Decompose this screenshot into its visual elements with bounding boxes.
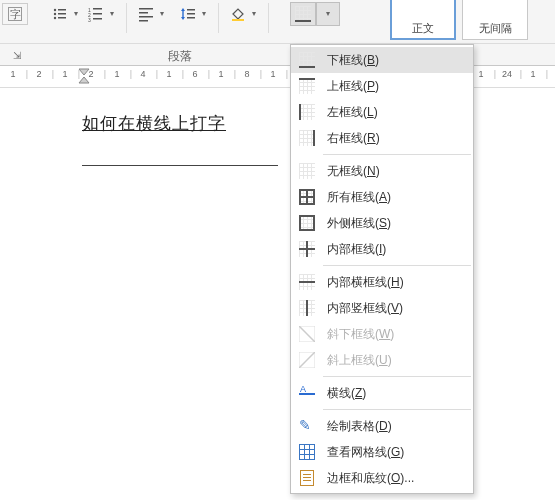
svg-rect-17 [187,9,195,11]
menu-item-label: 绘制表格(D) [327,418,465,435]
line-spacing-icon [180,6,196,22]
menu-separator [323,265,471,266]
menu-item-label: 右框线(R) [327,130,465,147]
svg-rect-19 [187,17,195,19]
menu-item-viewgrid[interactable]: 查看网格线(G) [291,439,473,465]
menu-item-all[interactable]: 所有框线(A) [291,184,473,210]
border-top-icon [297,76,317,96]
menu-item-bottom[interactable]: 下框线(B) [291,47,473,73]
shading-dropdown[interactable]: ▾ [250,3,258,25]
borders-button[interactable] [290,2,316,26]
separator [218,3,219,33]
shading-button[interactable] [226,3,250,25]
chevron-down-icon: ▾ [160,10,164,18]
svg-rect-15 [139,20,148,22]
svg-point-0 [54,9,56,11]
ribbon-toolbar: 字 ▾ 123 ▾ ▾ ▾ ▾ ▾ [0,0,555,44]
line-spacing-dropdown[interactable]: ▾ [200,3,208,25]
menu-item-left[interactable]: 左框线(L) [291,99,473,125]
chevron-down-icon: ▾ [252,10,256,18]
svg-rect-11 [93,18,102,20]
menu-item-label: 内部横框线(H) [327,274,465,291]
menu-item-outside[interactable]: 外侧框线(S) [291,210,473,236]
diag-up-icon [297,350,317,370]
diag-down-icon [297,324,317,344]
menu-item-label: 查看网格线(G) [327,444,465,461]
bullets-button[interactable] [48,3,72,25]
svg-rect-16 [182,10,183,18]
menu-separator [323,409,471,410]
svg-rect-1 [58,9,66,11]
border-inside-v-icon [297,298,317,318]
menu-item-label: 所有框线(A) [327,189,465,206]
menu-item-ins_v[interactable]: 内部竖框线(V) [291,295,473,321]
svg-rect-7 [93,8,102,10]
menu-item-label: 外侧框线(S) [327,215,465,232]
border-bottom-icon [297,50,317,70]
separator [126,3,127,33]
border-right-icon [297,128,317,148]
menu-item-none[interactable]: 无框线(N) [291,158,473,184]
menu-item-label: 横线(Z) [327,385,465,402]
numbering-dropdown[interactable]: ▾ [108,3,116,25]
chevron-down-icon: ▾ [74,10,78,18]
menu-item-draw[interactable]: 绘制表格(D) [291,413,473,439]
svg-line-24 [299,352,315,368]
numbering-icon: 123 [88,6,104,22]
bullets-dropdown[interactable]: ▾ [72,3,80,25]
menu-item-label: 左框线(L) [327,104,465,121]
svg-text:3: 3 [88,17,91,22]
char-border-icon: 字 [8,7,22,21]
menu-item-label: 无框线(N) [327,163,465,180]
menu-item-right[interactable]: 右框线(R) [291,125,473,151]
svg-rect-12 [139,8,153,10]
menu-item-label: 上框线(P) [327,78,465,95]
svg-rect-3 [58,13,66,15]
style-normal[interactable]: AaBbCcDd 正文 [390,0,456,40]
menu-item-dlg[interactable]: 边框和底纹(O)... [291,465,473,491]
font-dialog-launcher[interactable]: ⇲ [10,48,24,62]
menu-item-label: 边框和底纹(O)... [327,470,465,487]
style-label: 无间隔 [479,21,512,36]
align-left-icon [138,6,154,22]
border-all-icon [297,187,317,207]
svg-rect-14 [139,16,153,18]
menu-item-diag_u: 斜上框线(U) [291,347,473,373]
chevron-down-icon: ▾ [326,10,330,18]
bullets-icon [52,6,68,22]
svg-rect-20 [232,19,244,21]
draw-table-icon [297,416,317,436]
char-border-button[interactable]: 字 [2,3,28,25]
line-spacing-button[interactable] [176,3,200,25]
style-no-spacing[interactable]: AaBbCcDd 无间隔 [462,0,528,40]
border-inside-h-icon [297,272,317,292]
svg-rect-9 [93,13,102,15]
chevron-down-icon: ▾ [110,10,114,18]
menu-item-inside[interactable]: 内部框线(I) [291,236,473,262]
svg-rect-18 [187,13,195,15]
border-outside-icon [297,213,317,233]
borders-dropdown[interactable]: ▾ [316,2,340,26]
menu-item-ins_h[interactable]: 内部横框线(H) [291,269,473,295]
svg-rect-13 [139,12,148,14]
view-gridlines-icon [297,442,317,462]
numbering-button[interactable]: 123 [84,3,108,25]
doc-horizontal-line [82,165,278,166]
svg-point-2 [54,13,56,15]
menu-item-diag_d: 斜下框线(W) [291,321,473,347]
align-dropdown[interactable]: ▾ [158,3,166,25]
indent-marker[interactable] [78,66,90,86]
separator [268,3,269,33]
menu-item-label: 内部框线(I) [327,241,465,258]
border-inside-icon [297,239,317,259]
menu-separator [323,376,471,377]
menu-item-top[interactable]: 上框线(P) [291,73,473,99]
style-label: 正文 [412,21,434,36]
align-left-button[interactable] [134,3,158,25]
horizontal-line-icon [297,383,317,403]
border-bottom-icon [295,6,311,22]
menu-item-hline[interactable]: 横线(Z) [291,380,473,406]
page-border-icon [297,468,317,488]
svg-rect-5 [58,17,66,19]
svg-point-4 [54,17,56,19]
